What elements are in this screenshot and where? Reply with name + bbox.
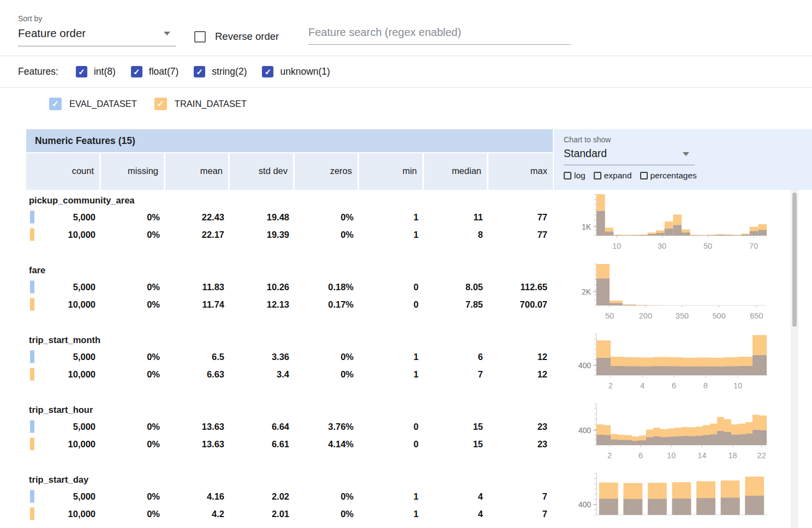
dataset-color-swatch	[30, 229, 34, 241]
reverse-order-checkbox[interactable]: Reverse order	[194, 31, 279, 43]
stat-value: 0.17%	[295, 296, 359, 313]
stat-value: 22.17	[165, 226, 230, 243]
stat-value: 13.63	[165, 435, 230, 453]
stat-value: 7	[488, 505, 553, 523]
svg-text:22: 22	[757, 451, 766, 460]
feature-type-filter[interactable]: float(7)	[131, 66, 178, 77]
stat-value: 23	[488, 435, 553, 453]
chart-type-select[interactable]: Standard	[564, 145, 695, 165]
chart-option-checkbox[interactable]: percentages	[640, 171, 697, 181]
checkbox-unchecked-icon	[564, 172, 571, 179]
feature-search-input[interactable]	[308, 26, 571, 39]
stat-value: 2.01	[230, 505, 295, 523]
feature-chart: 400	[560, 469, 779, 528]
svg-text:400: 400	[578, 500, 592, 509]
stat-value: 0%	[295, 505, 359, 523]
stat-value: 12	[488, 348, 553, 365]
column-header: count	[26, 153, 101, 190]
stat-value: 700.07	[488, 296, 553, 313]
column-header: zeros	[295, 153, 359, 190]
chart-option-checkbox[interactable]: expand	[594, 171, 632, 181]
stat-value: 0	[359, 435, 424, 453]
stat-value: 0.18%	[295, 278, 359, 296]
svg-text:1K: 1K	[582, 223, 592, 231]
stat-value: 19.39	[230, 226, 295, 243]
feature-histogram[interactable]: 1K10305070	[560, 192, 779, 252]
dataset-label: TRAIN_DATASET	[175, 99, 247, 109]
stat-value: 4.2	[165, 505, 230, 523]
stat-value: 6.5	[165, 348, 230, 365]
stat-value: 23	[488, 418, 553, 435]
stat-value: 77	[488, 208, 553, 226]
feature-histogram[interactable]: 400	[560, 471, 779, 528]
svg-text:18: 18	[729, 451, 737, 460]
feature-chart: 1K10305070	[560, 190, 779, 260]
train-stats-row: 10,0000%22.1719.390%1877	[26, 226, 553, 243]
stat-value: 1	[359, 505, 424, 523]
checkbox-checked-icon	[131, 66, 142, 77]
svg-text:400: 400	[578, 361, 592, 370]
facets-overview-page: Sort by Feature order Reverse order Feat…	[0, 0, 812, 528]
stat-value: 5,000	[26, 348, 101, 365]
chart-option-label: percentages	[650, 171, 697, 181]
checkbox-checked-icon	[49, 98, 62, 110]
svg-text:200: 200	[639, 311, 652, 320]
feature-stats: trip_start_month 5,0000%6.53.360%1612 10…	[26, 329, 553, 399]
svg-text:70: 70	[749, 242, 758, 250]
stat-value: 0%	[295, 488, 359, 505]
dataset-toggle[interactable]: EVAL_DATASET	[49, 98, 137, 110]
svg-text:50: 50	[703, 242, 712, 250]
stat-value: 1	[359, 226, 424, 243]
chart-to-show-label: Chart to show	[564, 135, 812, 144]
feature-row: fare 5,0000%11.8310.260.18%08.05112.65 1…	[26, 260, 812, 329]
train-stats-row: 10,0000%11.7412.130.17%07.85700.07	[26, 296, 553, 313]
feature-histogram[interactable]: 400246810	[560, 332, 779, 392]
stat-value: 7	[424, 365, 488, 383]
stat-value: 12	[488, 365, 553, 383]
svg-text:400: 400	[578, 426, 592, 435]
feature-search	[308, 26, 571, 45]
feature-histogram[interactable]: 4002610141822	[560, 401, 779, 461]
stat-value: 6.63	[165, 365, 230, 383]
stat-value: 1	[359, 365, 424, 383]
scrollbar-thumb[interactable]	[792, 193, 797, 327]
column-header: min	[359, 153, 424, 190]
stat-value: 8	[424, 226, 488, 243]
dataset-toggle[interactable]: TRAIN_DATASET	[154, 98, 247, 110]
eval-stats-row: 5,0000%22.4319.480%11177	[26, 208, 553, 226]
feature-type-filter[interactable]: unknown(1)	[262, 66, 330, 77]
stat-value: 19.48	[230, 208, 295, 226]
stat-value: 5,000	[26, 278, 101, 296]
stat-value: 0	[359, 418, 424, 435]
svg-text:50: 50	[605, 311, 614, 320]
feature-name: trip_start_month	[26, 332, 553, 348]
svg-text:6: 6	[672, 381, 676, 390]
feature-type-label: int(8)	[94, 66, 116, 77]
feature-name: trip_start_day	[26, 471, 553, 488]
stat-value: 0%	[295, 226, 359, 243]
stat-value: 1	[359, 488, 424, 505]
checkbox-checked-icon	[76, 66, 87, 77]
stat-value: 0%	[101, 418, 165, 435]
feature-type-filter[interactable]: string(2)	[194, 66, 247, 77]
stat-value: 2.02	[230, 488, 295, 505]
feature-type-filter[interactable]: int(8)	[76, 66, 116, 77]
dataset-color-swatch	[30, 281, 34, 293]
stat-value: 4.14%	[295, 435, 359, 453]
sort-by-select[interactable]: Feature order	[18, 23, 176, 46]
stat-value: 0%	[295, 208, 359, 226]
stat-value: 0%	[101, 296, 165, 313]
chart-toggles: log expand percentages	[564, 171, 812, 181]
train-stats-row: 10,0000%13.636.614.14%01523	[26, 435, 553, 453]
eval-stats-row: 5,0000%11.8310.260.18%08.05112.65	[26, 278, 553, 296]
dataset-color-swatch	[30, 438, 34, 451]
feature-type-label: unknown(1)	[280, 66, 330, 77]
stat-value: 10,000	[26, 435, 101, 453]
stat-value: 22.43	[165, 208, 230, 226]
feature-histogram[interactable]: 2K50200350500650	[560, 262, 779, 322]
svg-text:350: 350	[676, 311, 689, 320]
chart-option-checkbox[interactable]: log	[564, 171, 586, 181]
stat-value: 0	[359, 278, 424, 296]
vertical-scrollbar[interactable]	[791, 190, 798, 528]
stat-value: 3.76%	[295, 418, 359, 435]
